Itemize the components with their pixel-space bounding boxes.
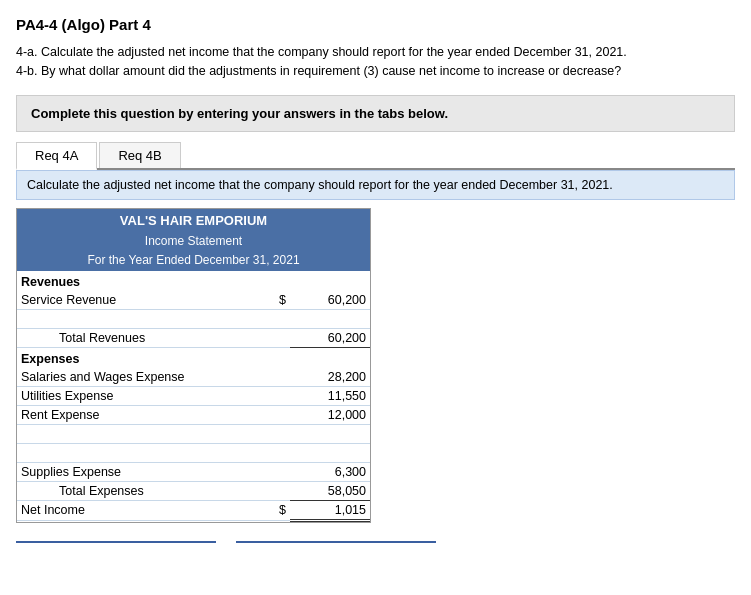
instruction-line1: 4-a. Calculate the adjusted net income t…: [16, 43, 735, 62]
bottom-underline-left: [16, 541, 216, 543]
empty-row-1: [17, 309, 370, 328]
company-name: VAL'S HAIR EMPORIUM: [17, 209, 370, 232]
supplies-label: Supplies Expense: [17, 462, 270, 481]
question-box: Complete this question by entering your …: [16, 95, 735, 132]
tabs-row: Req 4A Req 4B: [16, 142, 735, 170]
supplies-row: Supplies Expense 6,300: [17, 462, 370, 481]
total-expenses-label: Total Expenses: [17, 481, 270, 500]
empty-row-2: [17, 424, 370, 443]
page-title: PA4-4 (Algo) Part 4: [16, 16, 735, 33]
income-statement: VAL'S HAIR EMPORIUM Income Statement For…: [16, 208, 371, 523]
statement-period: For the Year Ended December 31, 2021: [17, 250, 370, 271]
rent-value[interactable]: 12,000: [290, 405, 370, 424]
bottom-underline-right: [236, 541, 436, 543]
statement-table: Revenues Service Revenue $ 60,200 Total …: [17, 271, 370, 522]
salaries-label: Salaries and Wages Expense: [17, 368, 270, 387]
revenues-label: Revenues: [17, 271, 370, 291]
total-revenues-value: 60,200: [290, 328, 370, 347]
instruction-line2: 4-b. By what dollar amount did the adjus…: [16, 62, 735, 81]
rent-row: Rent Expense 12,000: [17, 405, 370, 424]
salaries-value[interactable]: 28,200: [290, 368, 370, 387]
expenses-label: Expenses: [17, 347, 370, 368]
net-income-label: Net Income: [17, 500, 270, 520]
tab-req4a[interactable]: Req 4A: [16, 142, 97, 170]
utilities-row: Utilities Expense 11,550: [17, 386, 370, 405]
statement-title: Income Statement: [17, 232, 370, 250]
total-revenues-label: Total Revenues: [17, 328, 270, 347]
service-revenue-dollar: $: [270, 291, 290, 310]
total-expenses-value: 58,050: [290, 481, 370, 500]
expenses-header-row: Expenses: [17, 347, 370, 368]
rent-label: Rent Expense: [17, 405, 270, 424]
empty-input-3[interactable]: [290, 443, 370, 462]
net-income-dollar: $: [270, 500, 290, 520]
service-revenue-label: Service Revenue: [17, 291, 270, 310]
utilities-label: Utilities Expense: [17, 386, 270, 405]
instructions: 4-a. Calculate the adjusted net income t…: [16, 43, 735, 81]
tab-instruction: Calculate the adjusted net income that t…: [16, 170, 735, 200]
service-revenue-value[interactable]: 60,200: [290, 291, 370, 310]
revenues-header-row: Revenues: [17, 271, 370, 291]
empty-input-2[interactable]: [290, 424, 370, 443]
supplies-value[interactable]: 6,300: [290, 462, 370, 481]
net-income-row: Net Income $ 1,015: [17, 500, 370, 520]
empty-input-1[interactable]: [290, 309, 370, 328]
tab-req4b[interactable]: Req 4B: [99, 142, 180, 168]
empty-row-3: [17, 443, 370, 462]
salaries-row: Salaries and Wages Expense 28,200: [17, 368, 370, 387]
utilities-value[interactable]: 11,550: [290, 386, 370, 405]
net-income-value[interactable]: 1,015: [290, 500, 370, 520]
service-revenue-row: Service Revenue $ 60,200: [17, 291, 370, 310]
total-revenues-row: Total Revenues 60,200: [17, 328, 370, 347]
total-expenses-row: Total Expenses 58,050: [17, 481, 370, 500]
